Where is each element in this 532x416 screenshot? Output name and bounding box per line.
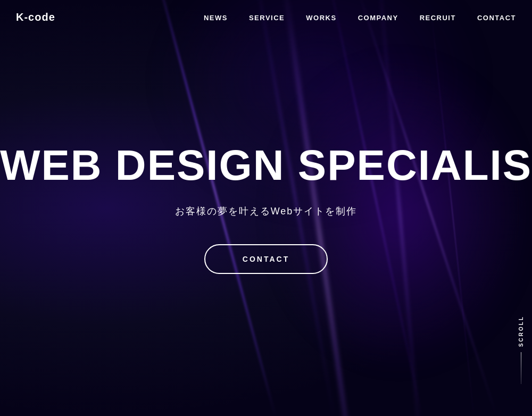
nav-item-contact[interactable]: CONTACT [477, 13, 516, 22]
hero-title: WEB DESIGN SPECIALIST [0, 142, 532, 189]
nav-link-service[interactable]: SERVICE [249, 14, 285, 22]
nav-link-contact[interactable]: CONTACT [477, 14, 516, 22]
hero-subtitle: お客様の夢を叶えるWebサイトを制作 [0, 205, 532, 218]
nav-item-news[interactable]: NEWS [204, 13, 228, 22]
nav-links: NEWS SERVICE WORKS COMPANY RECRUIT CONTA… [204, 13, 516, 22]
scroll-label: SCROLL [518, 315, 524, 347]
nav-link-works[interactable]: WORKS [306, 14, 336, 22]
scroll-indicator: SCROLL [518, 315, 524, 384]
nav-item-company[interactable]: COMPANY [358, 13, 398, 22]
nav-link-news[interactable]: NEWS [204, 14, 228, 22]
scroll-line [521, 352, 521, 384]
hero-section: K-code NEWS SERVICE WORKS COMPANY RECRUI… [0, 0, 532, 416]
nav-link-recruit[interactable]: RECRUIT [420, 14, 456, 22]
nav-item-works[interactable]: WORKS [306, 13, 336, 22]
site-logo[interactable]: K-code [16, 11, 55, 23]
hero-content: WEB DESIGN SPECIALIST お客様の夢を叶えるWebサイトを制作… [0, 142, 532, 274]
nav-item-service[interactable]: SERVICE [249, 13, 285, 22]
nav-item-recruit[interactable]: RECRUIT [420, 13, 456, 22]
nav-link-company[interactable]: COMPANY [358, 14, 398, 22]
contact-button[interactable]: CONTACT [204, 244, 328, 274]
main-nav: K-code NEWS SERVICE WORKS COMPANY RECRUI… [0, 0, 532, 35]
